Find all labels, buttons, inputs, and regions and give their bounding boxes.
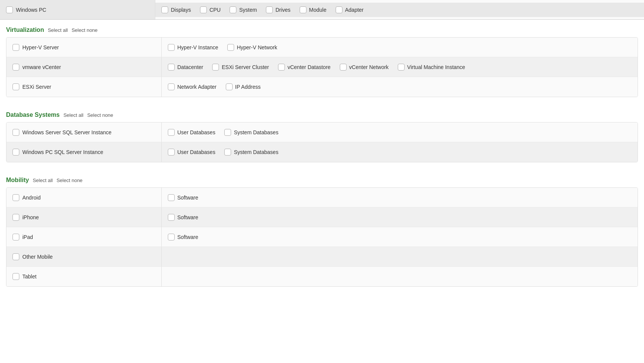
system-databases-pc-wrapper[interactable]: System Databases [224, 149, 278, 156]
tablet-label: Tablet [22, 273, 36, 280]
esxi-server-cluster-checkbox[interactable] [212, 64, 219, 71]
module-checkbox[interactable] [300, 6, 306, 13]
virtualization-select-all[interactable]: Select all [48, 27, 68, 33]
system-databases-server-checkbox[interactable] [224, 129, 231, 136]
other-mobile-label: Other Mobile [22, 254, 53, 260]
page-container: Windows PC Displays CPU System Drives Mo… [0, 0, 644, 287]
system-databases-pc-label: System Databases [234, 149, 278, 155]
virtual-machine-instance-checkbox[interactable] [398, 64, 405, 71]
esxi-server-checkbox[interactable] [13, 83, 19, 90]
windows-server-sql-label: Windows Server SQL Server Instance [22, 129, 111, 135]
virtualization-select-none[interactable]: Select none [72, 27, 98, 33]
iphone-main: iPhone [6, 207, 162, 227]
system-checkbox-wrapper[interactable]: System [230, 6, 257, 13]
adapter-checkbox-wrapper[interactable]: Adapter [336, 6, 364, 13]
other-mobile-checkbox[interactable] [13, 253, 19, 260]
hyper-v-server-checkbox[interactable] [13, 44, 19, 51]
esxi-server-row: ESXi Server Network Adapter IP Address [6, 77, 638, 97]
hyper-v-instance-label: Hyper-V Instance [177, 44, 218, 50]
windows-pc-sql-checkbox[interactable] [13, 149, 19, 156]
android-software-label: Software [177, 195, 198, 201]
android-software-checkbox[interactable] [168, 194, 175, 201]
hyper-v-instance-wrapper[interactable]: Hyper-V Instance [168, 44, 218, 51]
system-databases-server-wrapper[interactable]: System Databases [224, 129, 278, 136]
database-systems-select-none[interactable]: Select none [87, 112, 113, 118]
vcenter-datastore-checkbox[interactable] [278, 64, 285, 71]
windows-server-sql-row: Windows Server SQL Server Instance User … [6, 123, 638, 142]
mobility-select-all[interactable]: Select all [33, 178, 53, 183]
esxi-server-label: ESXi Server [22, 84, 51, 90]
cpu-checkbox-wrapper[interactable]: CPU [200, 6, 221, 13]
network-adapter-wrapper[interactable]: Network Adapter [168, 83, 217, 90]
iphone-software-checkbox[interactable] [168, 214, 175, 221]
mobility-section-header: Mobility Select all Select none [0, 170, 644, 187]
ipad-software-wrapper[interactable]: Software [168, 234, 198, 240]
ipad-software-checkbox[interactable] [168, 234, 175, 240]
system-databases-pc-checkbox[interactable] [224, 149, 231, 156]
database-systems-title: Database Systems [6, 112, 59, 118]
other-mobile-children [162, 253, 638, 261]
android-software-wrapper[interactable]: Software [168, 194, 198, 201]
datacenter-checkbox[interactable] [168, 64, 175, 71]
other-mobile-row: Other Mobile [6, 247, 638, 267]
iphone-checkbox[interactable] [13, 214, 19, 221]
datacenter-wrapper[interactable]: Datacenter [168, 64, 203, 71]
displays-label: Displays [171, 7, 191, 13]
drives-checkbox-wrapper[interactable]: Drives [266, 6, 291, 13]
windows-pc-sql-label: Windows PC SQL Server Instance [22, 149, 103, 155]
iphone-row: iPhone Software [6, 207, 638, 227]
mobility-table: Android Software iPhone Software [6, 187, 638, 287]
virtual-machine-instance-label: Virtual Machine Instance [407, 64, 465, 70]
virtualization-section-header: Virtualization Select all Select none [0, 20, 644, 37]
hyper-v-network-checkbox[interactable] [227, 44, 234, 51]
iphone-software-wrapper[interactable]: Software [168, 214, 198, 221]
user-databases-server-checkbox[interactable] [168, 129, 175, 136]
hyper-v-server-main: Hyper-V Server [6, 38, 162, 57]
esxi-server-children: Network Adapter IP Address [162, 80, 638, 94]
mobility-select-none[interactable]: Select none [56, 178, 83, 183]
adapter-checkbox[interactable] [336, 6, 342, 13]
vcenter-network-checkbox[interactable] [340, 64, 347, 71]
vcenter-datastore-label: vCenter Datastore [288, 64, 331, 70]
ipad-software-label: Software [177, 234, 198, 240]
android-checkbox[interactable] [13, 194, 19, 201]
tablet-children [162, 273, 638, 280]
tablet-checkbox[interactable] [13, 273, 19, 280]
ipad-checkbox[interactable] [13, 234, 19, 240]
ipad-row: iPad Software [6, 227, 638, 247]
windows-pc-sql-row: Windows PC SQL Server Instance User Data… [6, 142, 638, 162]
hyper-v-network-wrapper[interactable]: Hyper-V Network [227, 44, 277, 51]
windows-pc-row: Windows PC Displays CPU System Drives Mo… [0, 0, 644, 20]
esxi-server-main: ESXi Server [6, 77, 162, 97]
ip-address-wrapper[interactable]: IP Address [226, 83, 261, 90]
cpu-checkbox[interactable] [200, 6, 207, 13]
virtual-machine-instance-wrapper[interactable]: Virtual Machine Instance [398, 64, 465, 71]
network-adapter-checkbox[interactable] [168, 83, 175, 90]
ip-address-checkbox[interactable] [226, 83, 233, 90]
hyper-v-instance-checkbox[interactable] [168, 44, 175, 51]
system-databases-server-label: System Databases [234, 129, 278, 135]
esxi-server-cluster-wrapper[interactable]: ESXi Server Cluster [212, 64, 269, 71]
network-adapter-label: Network Adapter [177, 84, 217, 90]
vmware-vcenter-checkbox[interactable] [13, 64, 19, 71]
module-checkbox-wrapper[interactable]: Module [300, 6, 327, 13]
hyper-v-server-children: Hyper-V Instance Hyper-V Network [162, 40, 638, 55]
database-systems-table: Windows Server SQL Server Instance User … [6, 122, 638, 162]
iphone-software-label: Software [177, 214, 198, 220]
drives-checkbox[interactable] [266, 6, 273, 13]
vcenter-network-wrapper[interactable]: vCenter Network [340, 64, 389, 71]
hyper-v-server-label: Hyper-V Server [22, 44, 59, 50]
user-databases-server-wrapper[interactable]: User Databases [168, 129, 215, 136]
windows-server-sql-checkbox[interactable] [13, 129, 19, 136]
system-checkbox[interactable] [230, 6, 236, 13]
displays-checkbox[interactable] [161, 6, 168, 13]
user-databases-pc-checkbox[interactable] [168, 149, 175, 156]
database-systems-select-all[interactable]: Select all [63, 112, 83, 118]
vcenter-datastore-wrapper[interactable]: vCenter Datastore [278, 64, 331, 71]
displays-checkbox-wrapper[interactable]: Displays [161, 6, 191, 13]
windows-pc-checkbox[interactable] [6, 6, 13, 13]
user-databases-pc-wrapper[interactable]: User Databases [168, 149, 215, 156]
module-label: Module [309, 7, 327, 13]
iphone-label: iPhone [22, 214, 39, 220]
user-databases-pc-label: User Databases [177, 149, 215, 155]
